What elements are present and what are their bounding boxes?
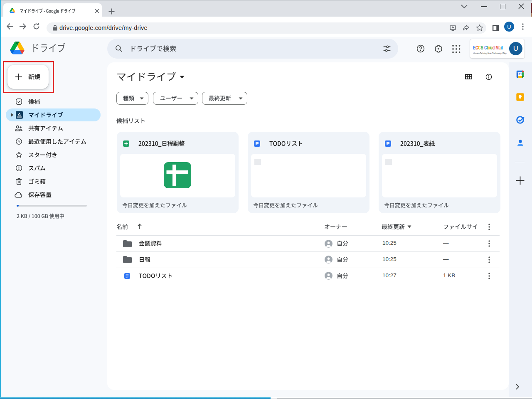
svg-text:31: 31 (518, 72, 522, 76)
